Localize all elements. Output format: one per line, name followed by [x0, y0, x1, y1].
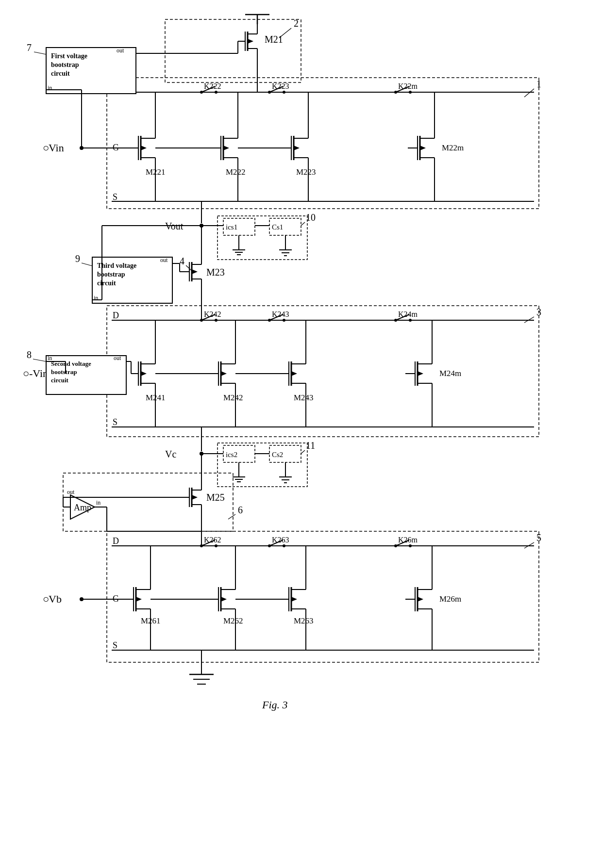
svg-point-62 [409, 91, 412, 94]
k223-label: K223 [272, 82, 289, 90]
svg-rect-210 [107, 531, 539, 662]
label-7: 7 [27, 42, 32, 53]
svg-point-259 [409, 544, 412, 547]
circuit-svg: M21 2 1 D S G Vin ○ [0, 0, 602, 868]
svg-line-190 [301, 450, 305, 454]
svg-text:○: ○ [43, 142, 49, 154]
m241-label: M241 [146, 393, 166, 402]
m242-label: M242 [223, 393, 243, 402]
d-label-bot: D [113, 536, 119, 546]
label-4: 4 [180, 256, 184, 266]
vb-label: Vb [49, 593, 62, 605]
k22m-label: K22m [398, 82, 418, 90]
k222-label: K222 [204, 82, 221, 90]
svg-marker-175 [418, 371, 423, 376]
s-label-top: S [113, 192, 117, 202]
second-out-label: out [114, 355, 121, 361]
k243-label: K243 [272, 310, 289, 318]
svg-marker-41 [223, 146, 229, 150]
vin-label: Vin [49, 142, 64, 154]
m26m-label: M26m [439, 594, 461, 604]
k263-label: K263 [272, 536, 289, 544]
m263-label: M263 [294, 616, 314, 625]
svg-line-117 [33, 359, 46, 361]
second-bootstrap-label2: bootstrap [51, 368, 77, 376]
svg-line-14 [524, 89, 534, 97]
m223-label: M223 [296, 167, 316, 177]
svg-point-166 [409, 319, 412, 322]
vc-label: Vc [165, 449, 176, 459]
svg-marker-55 [294, 146, 300, 150]
svg-line-73 [34, 52, 46, 54]
first-bootstrap-label: First voltage [51, 52, 87, 60]
label-8: 8 [27, 349, 32, 360]
third-out-label: out [160, 257, 168, 263]
m221-label: M221 [146, 167, 166, 177]
d-label-mid: D [113, 311, 119, 320]
m261-label: M261 [141, 616, 161, 625]
svg-rect-13 [107, 78, 539, 209]
k262-label: K262 [204, 536, 221, 544]
label-1: 1 [536, 79, 541, 89]
second-bootstrap-label3: circuit [51, 377, 69, 384]
svg-marker-132 [141, 371, 147, 376]
first-bootstrap-label3: circuit [51, 70, 70, 77]
first-bootstrap-label2: bootstrap [51, 61, 79, 68]
first-out-label: out [117, 47, 124, 54]
cs1-label: Cs1 [272, 223, 283, 231]
svg-line-11 [279, 28, 291, 38]
svg-rect-108 [107, 306, 539, 437]
circuit-diagram: M21 2 1 D S G Vin ○ [0, 0, 602, 868]
svg-line-202 [228, 514, 235, 519]
svg-marker-238 [221, 597, 227, 602]
s-label-bot: S [113, 640, 117, 650]
svg-text:○: ○ [43, 593, 49, 605]
second-in-label: in [48, 355, 52, 361]
k26m-label: K26m [398, 536, 418, 544]
svg-marker-71 [420, 146, 426, 150]
svg-marker-10 [248, 39, 253, 44]
svg-point-150 [283, 319, 285, 322]
svg-line-92 [301, 222, 305, 226]
svg-point-46 [283, 91, 285, 94]
svg-text:○: ○ [23, 367, 29, 379]
label-9: 9 [75, 253, 80, 264]
label-5: 5 [536, 532, 541, 543]
m222-label: M222 [226, 167, 246, 177]
k242-label: K242 [204, 310, 221, 318]
svg-point-229 [215, 544, 217, 547]
ics1-label: ics1 [226, 223, 237, 231]
amp-out-label: out [67, 489, 75, 495]
cs2-label: Cs2 [272, 451, 283, 459]
m21-label: M21 [265, 34, 283, 45]
svg-line-105 [82, 263, 92, 266]
amp-in-label: in [96, 499, 100, 506]
svg-marker-198 [192, 495, 198, 500]
svg-marker-159 [291, 371, 297, 376]
third-bootstrap-label3: circuit [97, 279, 116, 287]
m23-label: M23 [206, 267, 225, 278]
s-label-mid: S [113, 417, 117, 427]
third-bootstrap-label2: bootstrap [97, 271, 125, 278]
m24m-label: M24m [439, 369, 461, 378]
fig-label: Fig. 3 [262, 699, 288, 711]
svg-marker-28 [141, 146, 147, 150]
third-bootstrap-label: Third voltage [97, 262, 136, 269]
m262-label: M262 [223, 616, 243, 625]
label-3: 3 [536, 307, 541, 317]
ics2-label: ics2 [226, 451, 237, 459]
svg-rect-12 [165, 19, 301, 82]
svg-point-243 [283, 544, 285, 547]
svg-marker-268 [418, 597, 423, 602]
svg-point-136 [215, 319, 217, 322]
svg-point-32 [215, 91, 217, 94]
svg-marker-101 [192, 269, 198, 274]
m25-label: M25 [206, 492, 225, 503]
svg-marker-145 [221, 371, 227, 376]
k24m-label: K24m [398, 310, 418, 318]
label-11: 11 [306, 440, 315, 451]
m22m-label: M22m [442, 143, 464, 152]
svg-marker-252 [291, 597, 297, 602]
amp-label: Amp [74, 503, 91, 512]
m243-label: M243 [294, 393, 314, 402]
